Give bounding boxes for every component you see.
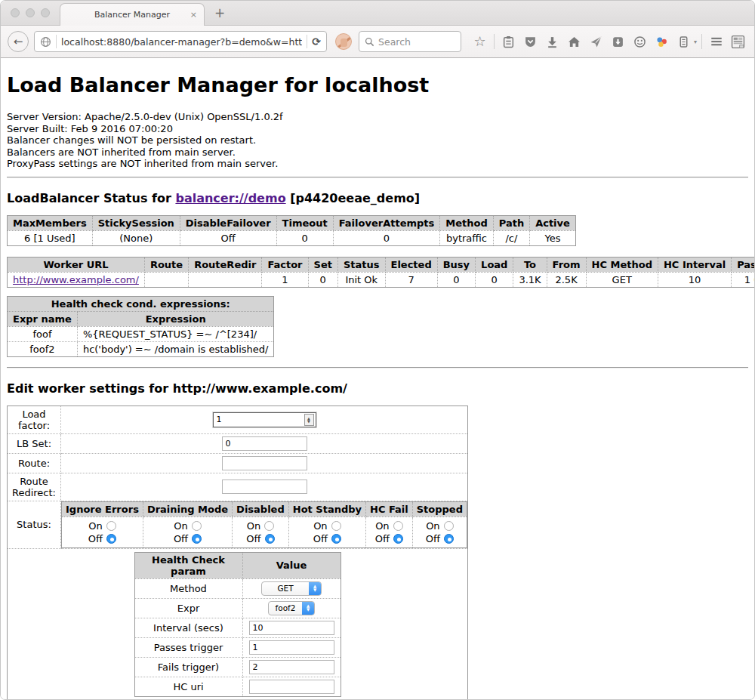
col-ignore-errors: Ignore Errors <box>62 501 143 517</box>
radio-hot-standby-on[interactable] <box>331 521 341 531</box>
worker-url-link[interactable]: http://www.example.com/ <box>13 274 139 285</box>
radio-disabled-on[interactable] <box>264 521 274 531</box>
balancer-demo-link[interactable]: balancer://demo <box>175 191 285 205</box>
cell-routeredir <box>189 272 262 287</box>
table-header-row: Worker URL Route RouteRedir Factor Set S… <box>8 257 755 272</box>
expr-title-row: Health check cond. expressions: <box>8 296 274 311</box>
tab-balancer-manager[interactable]: Balancer Manager × <box>60 3 205 26</box>
col-worker-url: Worker URL <box>8 257 145 272</box>
hc-row-uri: HC uri <box>134 677 341 696</box>
heading-suffix: [p4420eeae_demo] <box>286 191 421 205</box>
on-label: On <box>88 520 102 532</box>
tab-close-icon[interactable]: × <box>190 10 197 20</box>
radio-stopped-on[interactable] <box>444 521 454 531</box>
radio-draining-mode-off[interactable] <box>192 534 202 544</box>
status-radio-row: On Off On Off On Off <box>62 517 467 547</box>
col-disabled: Disabled <box>233 501 289 517</box>
cell-active: Yes <box>530 230 576 245</box>
cell-failoverattempts: 0 <box>333 230 440 245</box>
col-timeout: Timeout <box>276 215 333 230</box>
cell-hc-interval: 10 <box>658 272 731 287</box>
reload-icon[interactable]: ⟳ <box>312 35 321 48</box>
cell-timeout: 0 <box>276 230 333 245</box>
select-stepper-icon: ▲▼ <box>302 601 314 615</box>
off-label: Off <box>426 532 440 545</box>
route-redirect-input[interactable] <box>222 480 307 494</box>
hc-method-select[interactable]: GET ▲▼ <box>261 581 322 596</box>
col-disablefailover: DisableFailover <box>180 215 276 230</box>
back-button[interactable]: ← <box>8 31 29 52</box>
status-cell-hc-fail: On Off <box>366 517 413 547</box>
new-tab-button[interactable]: + <box>214 5 225 20</box>
radio-draining-mode-on[interactable] <box>192 521 202 531</box>
sidebar-panel-icon[interactable] <box>674 32 693 51</box>
load-factor-input[interactable]: 1 ▲▼ <box>213 412 316 427</box>
radio-ignore-errors-on[interactable] <box>106 521 116 531</box>
hc-passes-input[interactable] <box>249 640 334 655</box>
hc-interval-label: Interval (secs) <box>134 618 242 637</box>
inherit-notice-line: Balancers are NOT inherited from main se… <box>7 146 748 159</box>
route-input[interactable] <box>222 456 307 470</box>
health-check-param-table: Health Check param Value Method GET ▲▼ <box>134 552 341 697</box>
cell-disablefailover: Off <box>180 230 276 245</box>
save-page-icon[interactable] <box>609 32 627 51</box>
page-title: Load Balancer Manager for localhost <box>7 73 748 97</box>
table-row: 6 [1 Used] (None) Off 0 0 bytraffic /c/ … <box>8 230 576 245</box>
downloads-icon[interactable] <box>543 32 562 51</box>
menu-hamburger-icon[interactable] <box>707 32 726 51</box>
home-icon[interactable] <box>565 32 584 51</box>
bookmarks-menu-icon[interactable] <box>499 32 518 51</box>
adblock-icon[interactable] <box>335 33 352 50</box>
off-label: Off <box>246 532 260 545</box>
heading-prefix: LoadBalancer Status for <box>7 191 175 205</box>
hc-row-passes: Passes trigger <box>134 637 341 657</box>
col-failoverattempts: FailoverAttempts <box>333 215 440 230</box>
pocket-icon[interactable] <box>521 32 540 51</box>
hc-expr-selected-value: foof2 <box>269 603 302 612</box>
search-bar[interactable]: Search <box>359 31 461 52</box>
radio-stopped-off[interactable] <box>444 534 454 544</box>
lb-set-input[interactable] <box>222 436 307 451</box>
radio-ignore-errors-off[interactable] <box>106 534 116 544</box>
col-expr-name: Expr name <box>8 311 78 326</box>
col-hc-value: Value <box>242 552 341 578</box>
hc-fails-input[interactable] <box>249 660 334 674</box>
close-window-button[interactable] <box>11 8 20 17</box>
zoom-window-button[interactable] <box>41 8 50 17</box>
table-header-row: MaxMembers StickySession DisableFailover… <box>8 215 576 230</box>
cell-load: 0 <box>476 272 513 287</box>
status-cell-ignore-errors: On Off <box>62 517 143 547</box>
feedback-smiley-icon[interactable] <box>630 32 649 51</box>
grid-extension-icon[interactable] <box>729 32 747 51</box>
extension-dots-icon[interactable] <box>652 32 671 51</box>
off-label: Off <box>88 532 103 545</box>
cell-stickysession: (None) <box>92 230 180 245</box>
hc-uri-input[interactable] <box>249 680 334 694</box>
hc-row-fails: Fails trigger) <box>134 657 341 677</box>
radio-hc-fail-off[interactable] <box>393 534 403 544</box>
radio-hot-standby-off[interactable] <box>331 534 341 544</box>
cell-factor: 1 <box>262 272 308 287</box>
radio-disabled-off[interactable] <box>265 534 275 544</box>
hc-fails-label: Fails trigger) <box>134 657 242 677</box>
off-label: Off <box>375 532 390 545</box>
minimize-window-button[interactable] <box>26 8 35 17</box>
form-row-status: Status: Ignore Errors Draining Mode Disa… <box>8 501 468 548</box>
cell-hc-method: GET <box>586 272 658 287</box>
hc-method-selected-value: GET <box>262 584 309 593</box>
url-text[interactable]: localhost:8880/balancer-manager?b=demo&w… <box>61 36 302 48</box>
expr-row: foof2 hc('body') =~ /domain is establish… <box>8 341 274 356</box>
bookmark-star-icon[interactable]: ☆ <box>470 32 489 51</box>
radio-hc-fail-on[interactable] <box>393 521 403 531</box>
cell-to: 3.1K <box>513 272 547 287</box>
send-tab-icon[interactable] <box>587 32 606 51</box>
divider <box>7 177 748 178</box>
on-label: On <box>247 520 260 532</box>
cell-worker-url: http://www.example.com/ <box>8 272 145 287</box>
hc-interval-input[interactable] <box>249 621 334 635</box>
url-bar[interactable]: localhost:8880/balancer-manager?b=demo&w… <box>34 31 327 52</box>
toolbar-overflow-caret-icon[interactable]: ▾ <box>694 39 697 45</box>
col-factor: Factor <box>262 257 308 272</box>
number-spinner-icon[interactable]: ▲▼ <box>304 414 314 426</box>
hc-expr-select[interactable]: foof2 ▲▼ <box>268 601 315 615</box>
